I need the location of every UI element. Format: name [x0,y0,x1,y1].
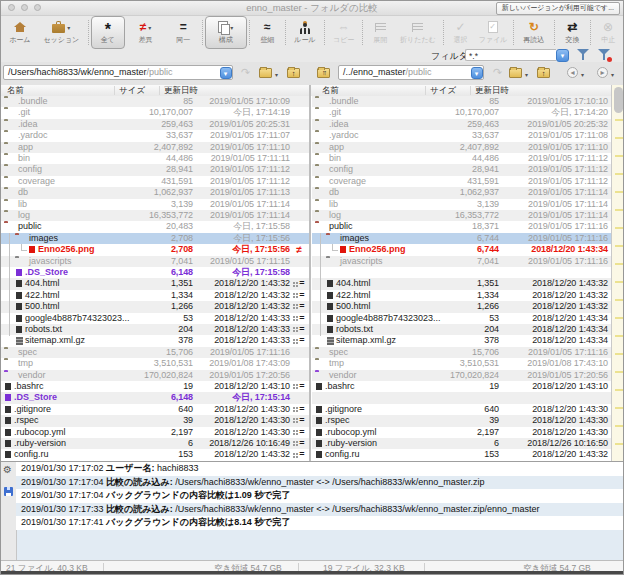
file-row-tmp[interactable]: tmp3,510,5312019/01/08 17:43:09 [1,358,309,369]
file-row-.yardoc[interactable]: .yardoc33,6372019/01/05 17:11:07 [1,130,309,141]
home-button[interactable]: ホーム [3,16,37,49]
filter-dropdown-button[interactable]: ▾ [556,49,569,62]
chevron-down-icon[interactable]: ▾ [275,71,278,78]
file-row-.rubocop.yml[interactable]: .rubocop.yml2,1972018/12/20 1:43:30= [1,427,309,438]
file-row-Enno256.png[interactable]: Enno256.png6,7442018/12/20 1:43:34 [312,244,611,255]
file-row-bin[interactable]: bin44,4862019/01/05 17:11:11 [1,153,309,164]
right-header-date[interactable]: 更新日時 [475,85,509,95]
file-row-.rubocop.yml[interactable]: .rubocop.yml2,1972018/12/20 1:43:30 [312,427,611,438]
file-row-bin[interactable]: bin44,4862019/01/05 17:11:12 [312,153,611,164]
left-header-date[interactable]: 更新日時 [164,85,198,95]
file-row-lib[interactable]: lib3,1392019/01/05 17:11:14 [312,199,611,210]
file-row-images[interactable]: images6,7442019/01/05 17:11:16 [312,233,611,244]
panel-divider[interactable] [309,85,311,461]
back-button[interactable]: ◂ [567,67,578,78]
file-row-.idea[interactable]: .idea259,4632019/01/05 20:25:31 [1,119,309,130]
show-diffs-button[interactable]: ≠▾差異 [125,16,167,49]
file-row-javascripts[interactable]: javascripts7,0412019/01/05 17:11:15 [1,256,309,267]
forward-button[interactable]: ▸ [597,67,608,78]
file-row-config[interactable]: config28,9412019/01/05 17:11:12 [1,164,309,175]
file-row-.yardoc[interactable]: .yardoc33,6372019/01/05 17:11:08 [312,130,611,141]
both-parent-folders-button[interactable]: ↑↑ [317,68,330,78]
new-version-button[interactable]: 新しいバージョンが利用可能です... [496,2,620,15]
file-row-coverage[interactable]: coverage431,5912019/01/05 17:11:12 [312,176,611,187]
file-row-coverage[interactable]: coverage431,5912019/01/05 17:11:12 [1,176,309,187]
chevron-down-icon[interactable]: ▾ [581,71,584,78]
file-row-.git[interactable]: .git10,170,007今日, 17:14:20 [312,107,611,118]
file-row-config[interactable]: config28,9412019/01/05 17:11:12 [312,164,611,175]
left-parent-folder-button[interactable]: ↑ [287,68,300,78]
right-header-name[interactable]: 名前 [322,85,339,95]
swap-button[interactable]: ⇄交換 [557,16,589,49]
file-row-404.html[interactable]: 404.html1,3512018/12/20 1:43:32 [312,278,611,289]
chevron-down-icon[interactable]: ▾ [525,71,528,78]
file-row-.git[interactable]: .git10,170,007今日, 17:14:19 [1,107,309,118]
file-row-.bundle[interactable]: .bundle852019/01/05 17:10:09 [1,96,309,107]
file-row-tmp[interactable]: tmp3,510,5312019/01/08 17:43:10 [312,358,611,369]
file-row-log[interactable]: log16,353,7722019/01/05 17:11:14 [312,210,611,221]
filter-settings-funnel-icon[interactable] [598,49,611,61]
file-row-google4b887b74323023...[interactable]: google4b887b74323023...532018/12/20 1:43… [312,313,611,324]
left-path-dropdown-button[interactable]: ▾ [220,67,232,80]
show-all-button[interactable]: *全て [91,16,125,49]
file-row-.gitignore[interactable]: .gitignore6402018/12/20 1:43:30= [1,404,309,415]
left-browse-folder-button[interactable] [259,68,272,78]
left-path-input[interactable]: /Users/hachi8833/wk/enno_master/public ▾ [3,65,233,80]
file-row-.bundle[interactable]: .bundle852019/01/05 17:10:10 [312,96,611,107]
gear-icon[interactable]: ⚙ [3,465,12,475]
right-path-input[interactable]: /../enno_master/public ▾ [338,65,484,80]
file-row-lib[interactable]: lib3,1392019/01/05 17:11:14 [1,199,309,210]
file-row-vendor[interactable]: vendor170,020,8242019/01/05 17:20:56 [312,370,611,381]
left-header-name[interactable]: 名前 [7,85,24,95]
rules-button[interactable]: ルール [288,16,322,49]
file-row-db[interactable]: db1,062,9372019/01/05 17:11:14 [312,187,611,198]
file-row-sitemap.xml.gz[interactable]: sitemap.xml.gz3782018/12/20 1:43:34 [312,335,611,346]
scrollbar[interactable] [611,85,624,461]
file-row-google4b887b74323023...[interactable]: google4b887b74323023...532018/12/20 1:43… [1,313,309,324]
file-row-robots.txt[interactable]: robots.txt2042018/12/20 1:43:34 [312,324,611,335]
file-row-.bashrc[interactable]: .bashrc192018/12/20 1:43:10= [1,381,309,392]
right-header-size[interactable]: サイズ [430,85,456,95]
file-row-422.html[interactable]: 422.html1,3342018/12/20 1:43:32= [1,290,309,301]
file-row-422.html[interactable]: 422.html1,3342018/12/20 1:43:32 [312,290,611,301]
file-row-images[interactable]: images2,708今日, 17:15:56 [1,233,309,244]
right-browse-folder-button[interactable] [509,68,522,78]
file-row-500.html[interactable]: 500.html1,2662018/12/20 1:43:32= [1,301,309,312]
file-row-javascripts[interactable]: javascripts7,0412019/01/05 17:11:16 [312,256,611,267]
file-row-.ruby-version[interactable]: .ruby-version62018/12/26 10:16:49= [1,438,309,449]
show-same-button[interactable]: =同一 [166,16,200,49]
file-row-.ruby-version[interactable]: .ruby-version62018/12/26 10:16:50 [312,438,611,449]
scrollbar-thumb[interactable] [614,87,623,113]
reload-button[interactable]: ↻再読込 [516,16,552,49]
sessions-button[interactable]: ▾セッション [37,16,86,49]
save-log-icon[interactable] [4,487,13,496]
file-row-spec[interactable]: spec15,7062019/01/05 17:11:16 [1,347,309,358]
file-row-.rspec[interactable]: .rspec392018/12/20 1:43:30 [312,415,611,426]
file-row-app[interactable]: app2,407,8922019/01/05 17:11:10 [1,142,309,153]
file-row-public[interactable]: public20,483今日, 17:15:58 [1,221,309,232]
file-row-robots.txt[interactable]: robots.txt2042018/12/20 1:43:33= [1,324,309,335]
file-row-config.ru[interactable]: config.ru1532018/12/20 1:43:32= [1,449,309,460]
file-row-spec[interactable]: spec15,7062019/01/05 17:11:16 [312,347,611,358]
left-header-size[interactable]: サイズ [119,85,145,95]
file-row-app[interactable]: app2,407,8922019/01/05 17:11:10 [312,142,611,153]
file-row-sitemap.xml.gz[interactable]: sitemap.xml.gz3782018/12/20 1:43:33= [1,335,309,346]
filter-input[interactable]: *.* [465,49,556,61]
filter-funnel-icon[interactable] [577,49,590,61]
file-row-vendor[interactable]: vendor170,020,8242019/01/05 17:20:56 [1,370,309,381]
chevron-down-icon[interactable]: ▾ [611,71,614,78]
file-row-Enno256.png[interactable]: Enno256.png2,708今日, 17:15:56≠ [1,244,309,255]
right-path-dropdown-button[interactable]: ▾ [471,67,483,80]
right-parent-folder-button[interactable]: ↑ [537,68,550,78]
structure-button[interactable]: ▾構成 [205,16,247,49]
file-row-.gitignore[interactable]: .gitignore6402018/12/20 1:43:30 [312,404,611,415]
file-row-500.html[interactable]: 500.html1,2662018/12/20 1:43:32 [312,301,611,312]
file-row-db[interactable]: db1,062,9372019/01/05 17:11:13 [1,187,309,198]
file-row-.DS_Store[interactable]: .DS_Store6,148今日, 17:15:58 [1,267,309,278]
file-row-config.ru[interactable]: config.ru1532018/12/20 1:43:32 [312,449,611,460]
file-row-.bashrc[interactable]: .bashrc192018/12/20 1:43:10 [312,381,611,392]
file-row-.rspec[interactable]: .rspec392018/12/20 1:43:30= [1,415,309,426]
file-row-404.html[interactable]: 404.html1,3512018/12/20 1:43:32= [1,278,309,289]
file-row-.idea[interactable]: .idea259,4632019/01/05 20:25:32 [312,119,611,130]
file-row-.DS_Store[interactable]: .DS_Store6,148今日, 17:15:14 [1,392,309,403]
